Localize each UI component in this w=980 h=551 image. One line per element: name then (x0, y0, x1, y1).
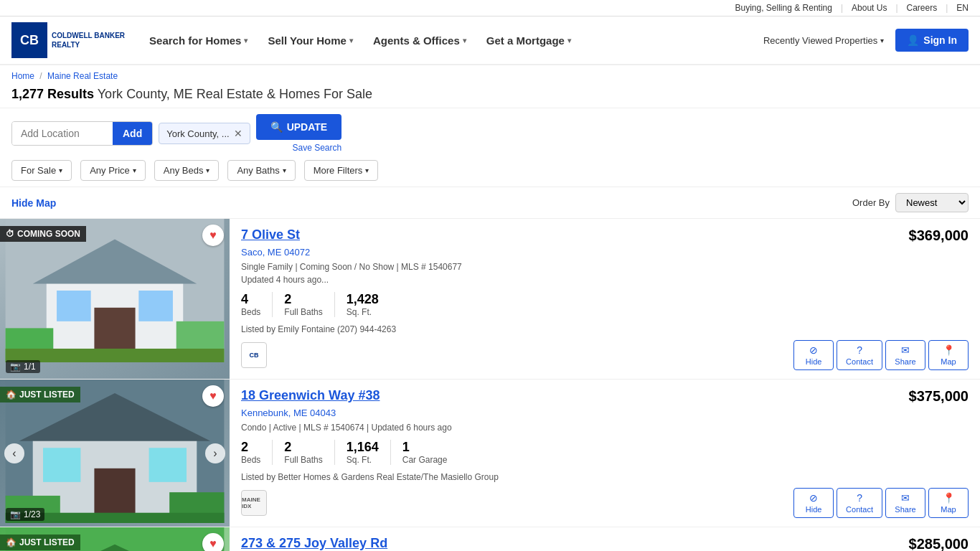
nav-agents-offices[interactable]: Agents & Offices ▾ (363, 29, 476, 52)
favorite-button[interactable]: ♥ (202, 385, 224, 407)
chevron-down-icon: ▾ (463, 37, 466, 44)
listing-agent: Listed by Emily Fontaine (207) 944-4263 (241, 324, 969, 334)
chevron-down-icon: ▾ (59, 166, 62, 174)
image-count: 📷 1/1 (6, 360, 40, 373)
top-bar-buying[interactable]: Buying, Selling & Renting (735, 3, 831, 13)
list-controls: Hide Map Order By Newest Oldest Price Hi… (0, 187, 980, 219)
hide-map-link[interactable]: Hide Map (11, 197, 56, 209)
filter-any-beds[interactable]: Any Beds ▾ (154, 160, 220, 181)
favorite-button[interactable]: ♥ (202, 225, 224, 246)
svg-rect-14 (149, 448, 187, 482)
recently-viewed-btn[interactable]: Recently Viewed Properties ▾ (763, 35, 884, 46)
logo-text: COLDWELL BANKER REALTY (52, 31, 125, 50)
sep3: | (946, 3, 948, 13)
agent-logo: CB (241, 342, 267, 368)
share-button[interactable]: ✉ Share (885, 488, 925, 518)
svg-rect-12 (94, 468, 135, 517)
timer-icon: ⏱ (6, 229, 14, 239)
logo-box: CB (11, 22, 47, 58)
map-button[interactable]: 📍 Map (928, 340, 969, 370)
listing-agent: Listed by Better Homes & Gardens Real Es… (241, 472, 969, 482)
listing-address[interactable]: 18 Greenwich Way #38 (241, 388, 380, 403)
breadcrumb-home[interactable]: Home (11, 71, 34, 81)
add-location-button[interactable]: Add (113, 122, 152, 145)
stat-baths: 2 Full Baths (284, 440, 334, 465)
map-pin-icon: 📍 (943, 492, 955, 504)
contact-button[interactable]: ? Contact (837, 488, 882, 518)
top-bar-careers[interactable]: Careers (907, 3, 938, 13)
svg-rect-4 (57, 291, 91, 321)
share-icon: ✉ (901, 492, 910, 504)
save-search-link[interactable]: Save Search (292, 143, 341, 153)
listing-price: $369,000 (909, 227, 969, 244)
listing-header: 7 Olive St $369,000 (241, 227, 969, 244)
svg-rect-3 (94, 308, 135, 356)
listing-price: $285,000 (909, 536, 969, 551)
add-location-wrap: Add (11, 121, 153, 146)
home-icon: 🏠 (6, 390, 17, 400)
breadcrumb-sep: / (39, 71, 42, 81)
contact-icon: ? (857, 344, 862, 356)
listing-header: 273 & 275 Joy Valley Rd $285,000 (241, 536, 969, 551)
header-right: Recently Viewed Properties ▾ 👤 Sign In (763, 29, 969, 52)
top-bar-about[interactable]: About Us (852, 3, 887, 13)
stat-sqft: 1,164 Sq. Ft. (347, 440, 391, 465)
filter-any-baths[interactable]: Any Baths ▾ (227, 160, 295, 181)
hide-button[interactable]: ⊘ Hide (793, 488, 834, 518)
filter-more-filters[interactable]: More Filters ▾ (304, 160, 379, 181)
contact-button[interactable]: ? Contact (837, 340, 882, 370)
chevron-down-icon: ▾ (206, 166, 209, 174)
listing-location: Saco, ME 04072 (241, 247, 969, 258)
chevron-down-icon: ▾ (244, 37, 248, 44)
add-location-input[interactable] (12, 122, 113, 145)
listing-meta: Condo | Active | MLS # 1540674 | Updated… (241, 423, 969, 433)
nav-search-for-homes[interactable]: Search for Homes ▾ (139, 29, 258, 52)
order-by: Order By Newest Oldest Price High Price … (852, 193, 969, 212)
listing-stats: 2 Beds 2 Full Baths 1,164 Sq. Ft. 1 Car … (241, 440, 969, 465)
logo-letter: CB (20, 33, 39, 48)
share-icon: ✉ (901, 344, 910, 356)
top-bar-lang[interactable]: EN (956, 3, 969, 13)
user-icon: 👤 (907, 34, 919, 46)
search-area: Add York County, ... ✕ 🔍 UPDATE Save Sea… (0, 108, 980, 187)
nav-sell-your-home[interactable]: Sell Your Home ▾ (258, 29, 362, 52)
stat-garage: 1 Car Garage (402, 440, 459, 465)
chevron-down-icon: ▾ (133, 166, 136, 174)
listing-image: ⏱ COMING SOON ♥ 📷 1/1 (0, 219, 230, 379)
map-pin-icon: 📍 (943, 344, 955, 356)
listings: ⏱ COMING SOON ♥ 📷 1/1 7 Olive St $369,00… (0, 219, 980, 551)
listing-info: 273 & 275 Joy Valley Rd $285,000 Buxton,… (230, 527, 980, 551)
listing-updated: Updated 4 hours ago... (241, 275, 969, 285)
order-by-select[interactable]: Newest Oldest Price High Price Low (895, 193, 969, 212)
share-button[interactable]: ✉ Share (885, 340, 925, 370)
update-area: 🔍 UPDATE Save Search (256, 114, 342, 153)
prev-image-button[interactable]: ‹ (4, 443, 24, 463)
stat-baths: 2 Full Baths (284, 292, 334, 317)
action-buttons: ⊘ Hide ? Contact ✉ Share 📍 Map (793, 340, 969, 370)
sign-in-button[interactable]: 👤 Sign In (895, 29, 969, 52)
remove-location-tag[interactable]: ✕ (234, 128, 242, 139)
filter-any-price[interactable]: Any Price ▾ (80, 160, 146, 181)
breadcrumb: Home / Maine Real Estate (0, 65, 980, 84)
map-button[interactable]: 📍 Map (928, 488, 969, 518)
chevron-down-icon: ▾ (880, 37, 884, 44)
chevron-down-icon: ▾ (349, 37, 353, 44)
favorite-button[interactable]: ♥ (202, 533, 224, 551)
hide-button[interactable]: ⊘ Hide (793, 340, 834, 370)
breadcrumb-section[interactable]: Maine Real Estate (47, 71, 118, 81)
next-image-button[interactable]: › (205, 443, 225, 463)
listing-address[interactable]: 273 & 275 Joy Valley Rd (241, 536, 387, 551)
listing-card: ⏱ COMING SOON ♥ 📷 1/1 7 Olive St $369,00… (0, 219, 980, 380)
camera-icon: 📷 (10, 362, 21, 372)
listing-image: 🏠 JUST LISTED ♥ ‹ › 📷 1/23 (0, 380, 230, 527)
nav-get-a-mortgage[interactable]: Get a Mortgage ▾ (476, 29, 581, 52)
filter-for-sale[interactable]: For Sale ▾ (11, 160, 72, 181)
update-button[interactable]: 🔍 UPDATE (256, 114, 342, 140)
listing-address[interactable]: 7 Olive St (241, 227, 300, 242)
image-count: 📷 1/23 (6, 508, 44, 521)
chevron-down-icon: ▾ (283, 166, 286, 174)
agent-logo: MAINE IDX (241, 490, 267, 516)
main-nav: Search for Homes ▾ Sell Your Home ▾ Agen… (139, 29, 763, 52)
contact-icon: ? (857, 492, 862, 504)
listing-info: 7 Olive St $369,000 Saco, ME 04072 Singl… (230, 219, 980, 379)
